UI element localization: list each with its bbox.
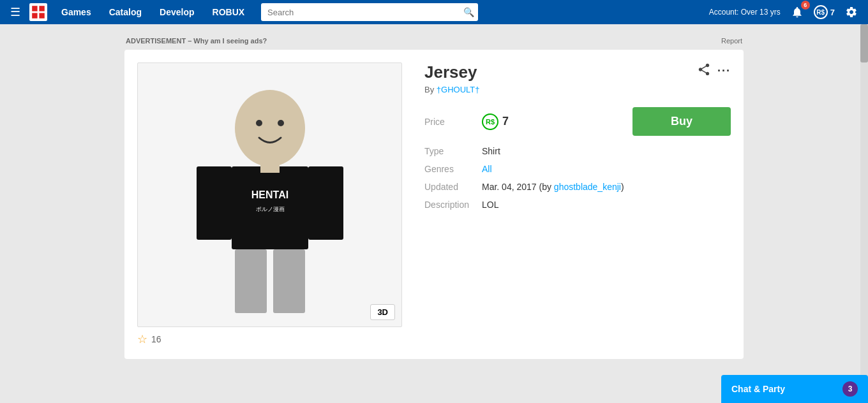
svg-rect-11 (197, 166, 232, 240)
updated-user-link[interactable]: ghostblade_kenji (554, 182, 621, 192)
updated-row: Updated Mar. 04, 2017 (by ghostblade_ken… (424, 182, 731, 192)
chat-label: Chat & Party (731, 384, 785, 394)
nav-games[interactable]: Games (52, 0, 100, 24)
rating-row: ☆ 16 (137, 332, 405, 346)
description-label: Description (424, 200, 482, 210)
robux-amount: 7 (830, 8, 835, 17)
scrollbar-thumb[interactable] (860, 24, 868, 62)
svg-rect-13 (235, 249, 267, 313)
chat-panel[interactable]: Chat & Party 3 (721, 375, 868, 403)
scrollbar[interactable] (860, 24, 868, 403)
price-number: 7 (502, 115, 509, 128)
details-header: Jersey ··· (424, 62, 731, 82)
product-image: HENTAI ポルノ漫画 (158, 71, 382, 319)
search-input[interactable] (261, 3, 460, 21)
report-link[interactable]: Report (721, 37, 742, 45)
genres-label: Genres (424, 164, 482, 174)
gear-icon (845, 6, 858, 18)
genres-row: Genres All (424, 164, 731, 174)
nav-links: Games Catalog Develop ROBUX (52, 0, 253, 24)
view-3d-button[interactable]: 3D (370, 304, 395, 320)
updated-label: Updated (424, 182, 482, 192)
svg-point-6 (256, 120, 262, 126)
header-actions: ··· (697, 62, 731, 80)
navbar: ☰ Games Catalog Develop ROBUX 🔍 Account:… (0, 0, 868, 24)
notifications-button[interactable]: 6 (787, 2, 807, 22)
price-label: Price (424, 117, 482, 127)
nav-develop[interactable]: Develop (151, 0, 203, 24)
rating-count: 16 (151, 334, 161, 344)
star-icon: ☆ (137, 332, 147, 346)
svg-text:HENTAI: HENTAI (251, 189, 288, 200)
svg-rect-15 (260, 160, 280, 173)
description-row: Description LOL (424, 200, 731, 210)
chat-badge: 3 (842, 381, 858, 397)
nav-catalog[interactable]: Catalog (100, 0, 151, 24)
svg-text:ポルノ漫画: ポルノ漫画 (255, 206, 284, 212)
product-card: HENTAI ポルノ漫画 3D ☆ 16 (124, 50, 744, 359)
ad-bar: ADVERTISEMENT – Why am I seeing ads? Rep… (124, 37, 744, 45)
price-row: Price R$ 7 Buy (424, 107, 731, 136)
creator-link[interactable]: †GHOULT† (437, 85, 480, 94)
ad-text: ADVERTISEMENT – Why am I seeing ads? (126, 37, 267, 45)
notification-badge: 6 (801, 1, 810, 10)
by-line: By †GHOULT† (424, 85, 731, 94)
roblox-logo[interactable] (29, 3, 47, 21)
svg-rect-3 (32, 13, 37, 18)
svg-rect-1 (32, 6, 37, 11)
updated-value: Mar. 04, 2017 (by ghostblade_kenji) (482, 182, 624, 192)
robux-price-icon: R$ (482, 114, 498, 130)
product-image-container: HENTAI ポルノ漫画 3D (137, 62, 402, 327)
settings-button[interactable] (841, 2, 862, 22)
svg-rect-4 (39, 13, 44, 18)
search-bar: 🔍 (261, 3, 478, 21)
svg-point-7 (278, 120, 284, 126)
svg-rect-12 (308, 166, 343, 240)
details-section: Jersey ··· By †GHOULT† Price (424, 62, 731, 346)
type-value: Shirt (482, 146, 500, 156)
svg-point-5 (235, 90, 305, 166)
image-section: HENTAI ポルノ漫画 3D ☆ 16 (137, 62, 405, 346)
main-content: ADVERTISEMENT – Why am I seeing ads? Rep… (0, 24, 868, 372)
nav-robux[interactable]: ROBUX (204, 0, 254, 24)
description-value: LOL (482, 200, 498, 210)
more-options-button[interactable]: ··· (717, 64, 731, 78)
type-row: Type Shirt (424, 146, 731, 156)
genres-value[interactable]: All (482, 164, 492, 174)
price-value: R$ 7 (482, 114, 632, 130)
buy-button[interactable]: Buy (632, 107, 731, 136)
share-icon[interactable] (697, 62, 711, 80)
product-title: Jersey (424, 62, 477, 82)
hamburger-icon[interactable]: ☰ (6, 3, 24, 22)
svg-rect-14 (273, 249, 305, 313)
robux-display[interactable]: R$ 7 (814, 5, 835, 19)
svg-rect-2 (39, 6, 44, 11)
search-button[interactable]: 🔍 (460, 3, 478, 21)
robux-icon: R$ (814, 5, 828, 19)
account-label: Account: Over 13 yrs (709, 8, 781, 17)
nav-right: Account: Over 13 yrs 6 R$ 7 (709, 2, 862, 22)
type-label: Type (424, 146, 482, 156)
